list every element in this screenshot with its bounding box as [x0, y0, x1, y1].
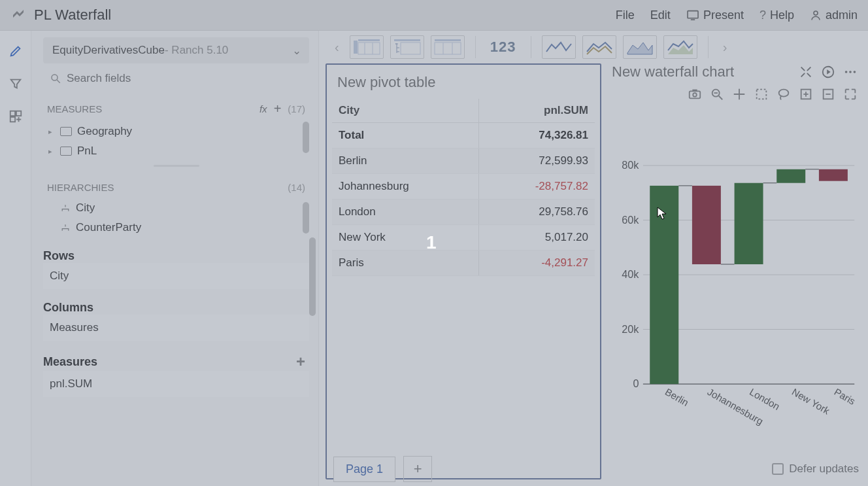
present-button[interactable]: Present — [686, 9, 744, 22]
checkbox-icon — [772, 463, 784, 475]
add-page-button[interactable]: + — [403, 456, 432, 482]
widget-type-stacked-area-chart[interactable] — [663, 35, 697, 59]
waterfall-bar[interactable] — [776, 169, 805, 183]
ribbon-prev-button[interactable]: ‹ — [331, 40, 343, 55]
hierarchies-tree-item[interactable]: City — [43, 198, 297, 218]
measures-tree-item[interactable]: ▸ Geography — [43, 122, 297, 141]
widget-type-line-chart[interactable] — [542, 35, 576, 59]
scrollbar-thumb[interactable] — [309, 237, 316, 316]
waterfall-bar[interactable] — [692, 186, 721, 264]
menu-file[interactable]: File — [616, 9, 635, 22]
camera-icon[interactable] — [688, 87, 702, 101]
pivot-title[interactable]: New pivot table — [332, 74, 595, 99]
cube-name: EquityDerivativesCube — [52, 44, 165, 57]
widget-type-kpi[interactable]: 123 — [486, 35, 520, 59]
tree-item-label: PnL — [77, 145, 97, 158]
svg-text:60k: 60k — [622, 214, 639, 226]
expand-icon[interactable] — [799, 65, 813, 79]
waterfall-chart: 020k40k60k80kBerlinJohannesburgLondonNew… — [608, 105, 861, 479]
folder-icon — [60, 147, 72, 156]
pivot-col-header[interactable]: pnl.SUM — [478, 99, 595, 123]
svg-point-32 — [779, 90, 789, 97]
zone-item[interactable]: Measures — [50, 321, 99, 334]
waterfall-chart-panel[interactable]: New waterfall chart — [608, 63, 861, 479]
table-row[interactable]: Berlin72,599.93 — [332, 148, 595, 174]
footer: Page 1 + Defer updates — [333, 456, 859, 482]
table-row[interactable]: Total74,326.81 — [332, 123, 595, 148]
splitter[interactable] — [43, 165, 309, 169]
table-row[interactable]: New York5,017.20 — [332, 225, 595, 251]
pivot-col-header[interactable]: City — [332, 99, 478, 123]
table-row[interactable]: Johannesburg-28,757.82 — [332, 174, 595, 200]
waterfall-bar[interactable] — [819, 169, 848, 181]
svg-text:0: 0 — [633, 378, 639, 390]
waterfall-bar[interactable] — [735, 183, 763, 264]
measures-zone-heading: Measures + — [43, 353, 309, 371]
measures-count: (17) — [288, 103, 305, 114]
zone-item[interactable]: pnl.SUM — [50, 377, 92, 390]
zone-item[interactable]: City — [50, 269, 69, 282]
lasso-icon[interactable] — [776, 87, 791, 101]
add-widget-icon[interactable] — [8, 109, 23, 124]
help-button[interactable]: ? Help — [760, 9, 794, 22]
pivot-table-panel[interactable]: New pivot table City pnl.SUM Total74,326… — [326, 63, 601, 479]
svg-rect-12 — [358, 43, 380, 54]
widget-ribbon: ‹ 123 › — [319, 31, 868, 63]
user-menu[interactable]: admin — [810, 9, 858, 22]
zoom-in-icon[interactable] — [799, 87, 813, 101]
filter-icon[interactable] — [8, 77, 23, 91]
widget-type-multi-line-chart[interactable] — [582, 35, 616, 59]
cube-version: - Ranch 5.10 — [165, 44, 228, 57]
zoom-out-icon[interactable] — [821, 87, 835, 101]
page-tab[interactable]: Page 1 — [333, 457, 395, 482]
kpi-icon: 123 — [490, 39, 516, 56]
reset-zoom-icon[interactable] — [843, 87, 858, 101]
waterfall-bar[interactable] — [650, 186, 678, 384]
select-icon[interactable] — [754, 87, 769, 101]
measures-zone[interactable]: pnl.SUM — [43, 371, 309, 397]
app-logo-icon — [10, 7, 26, 23]
svg-point-2 — [814, 11, 818, 15]
widget-type-tree-table[interactable] — [390, 35, 424, 59]
widget-type-flat-table[interactable] — [431, 35, 465, 59]
search-icon — [50, 73, 61, 84]
search-input[interactable] — [67, 72, 303, 85]
table-row[interactable]: London29,758.76 — [332, 200, 595, 225]
pan-icon[interactable] — [732, 87, 746, 101]
table-row[interactable]: Paris-4,291.27 — [332, 251, 595, 276]
measures-zone-label: Measures — [43, 355, 97, 369]
ribbon-separator — [475, 36, 476, 58]
ribbon-next-button[interactable]: › — [719, 40, 731, 55]
columns-zone[interactable]: Measures — [43, 315, 309, 341]
widget-type-pivot-table[interactable] — [350, 35, 384, 59]
fx-button[interactable]: fx — [259, 103, 267, 114]
tree-item-label: City — [76, 201, 95, 215]
defer-updates-toggle[interactable]: Defer updates — [772, 462, 859, 476]
fields-sidebar: EquityDerivativesCube - Ranch 5.10 ⌄ MEA… — [31, 31, 319, 486]
measures-tree-item[interactable]: ▸ PnL — [43, 141, 297, 161]
pivot-row-value: 72,599.93 — [478, 148, 595, 174]
zoom-icon[interactable] — [710, 87, 724, 101]
svg-rect-10 — [354, 41, 358, 54]
folder-icon — [60, 127, 72, 136]
add-measure-to-zone-button[interactable]: + — [296, 353, 305, 371]
hierarchies-heading: HIERARCHIES — [47, 182, 114, 193]
hierarchies-tree-item[interactable]: CounterParty — [43, 218, 297, 237]
scrollbar-thumb[interactable] — [303, 202, 309, 234]
svg-line-9 — [57, 80, 60, 83]
edit-icon[interactable] — [8, 44, 23, 58]
svg-rect-5 — [10, 117, 14, 122]
play-icon[interactable] — [821, 65, 835, 79]
widget-type-area-chart[interactable] — [623, 35, 657, 59]
chart-title[interactable]: New waterfall chart — [612, 63, 734, 80]
pivot-row-label: Johannesburg — [332, 174, 478, 200]
more-icon[interactable] — [843, 65, 858, 79]
svg-rect-31 — [757, 90, 767, 99]
cube-selector[interactable]: EquityDerivativesCube - Ranch 5.10 ⌄ — [43, 37, 309, 63]
scrollbar-thumb[interactable] — [303, 122, 309, 153]
add-measure-button[interactable]: + — [274, 101, 282, 116]
pivot-row-value: 74,326.81 — [478, 123, 595, 148]
present-label: Present — [703, 9, 744, 22]
menu-edit[interactable]: Edit — [650, 9, 671, 22]
rows-zone[interactable]: City — [43, 263, 309, 289]
